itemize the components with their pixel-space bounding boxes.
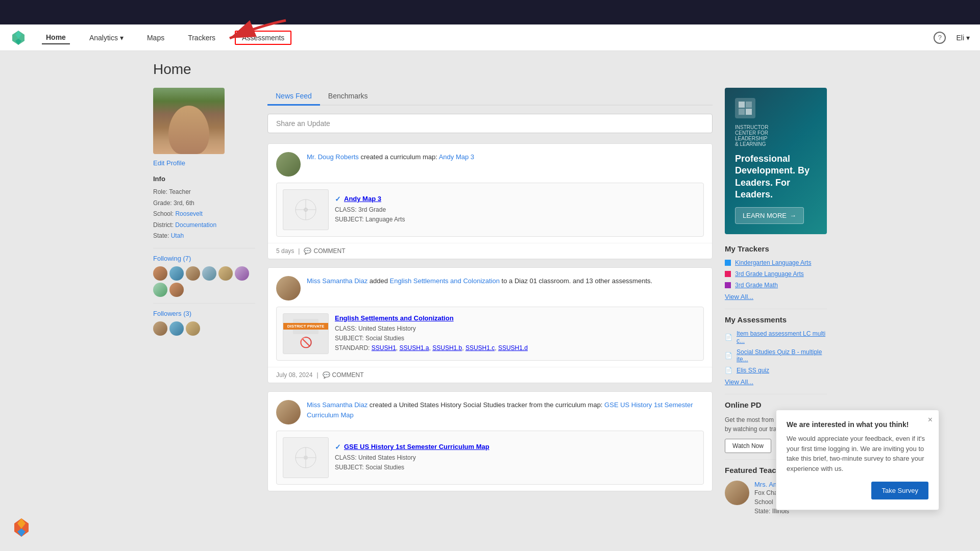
assessments-view-all[interactable]: View All...	[725, 378, 827, 386]
profile-district: District: Documentation	[153, 220, 255, 231]
district-link[interactable]: Documentation	[175, 221, 216, 229]
share-update-input[interactable]: Share an Update	[267, 114, 713, 133]
feed-actor-1[interactable]: Mr. Doug Roberts	[307, 153, 359, 161]
follower-avatar-5[interactable]	[218, 266, 233, 281]
nav-assessments[interactable]: Assessments	[235, 31, 291, 45]
follower-avatar-1[interactable]	[153, 266, 167, 281]
feed-item-1-text: Mr. Doug Roberts created a curriculum ma…	[307, 152, 474, 162]
profile-divider	[153, 248, 255, 248]
feed-target-2[interactable]: English Settlements and Colonization	[390, 277, 500, 285]
map-meta-3: CLASS: United States History SUBJECT: So…	[335, 453, 489, 472]
map-name-3: ✓ GSE US History 1st Semester Curriculum…	[335, 443, 489, 451]
timestamp-2: July 08, 2024	[276, 371, 312, 379]
assessment-item-2: 📄 Social Studies Quiz B - multiple ite..…	[725, 348, 827, 363]
comment-btn-1[interactable]: 💬 COMMENT	[304, 247, 345, 255]
nav-right: ? Eli ▾	[934, 32, 970, 44]
tab-news-feed[interactable]: News Feed	[267, 88, 320, 106]
feed-item-1-header: Mr. Doug Roberts created a curriculum ma…	[268, 144, 712, 177]
bottom-logo	[10, 516, 33, 541]
map-link-1[interactable]: Andy Map 3	[344, 195, 381, 203]
follower-avatar-4[interactable]	[202, 266, 216, 281]
feed-item-2-body: 🚫 DISTRICT PRIVATE English Settlements a…	[268, 300, 712, 367]
user-menu[interactable]: Eli ▾	[956, 34, 970, 42]
assessment-item-3: 📄 Elis SS quiz	[725, 367, 827, 374]
my-trackers-section: My Trackers Kindergarten Language Arts 3…	[725, 244, 827, 300]
following-label[interactable]: Following (7)	[153, 255, 255, 262]
ad-subtitle: INSTRUCTORCENTER FORLEADERSHIP& LEARNING	[735, 124, 817, 147]
main-layout: Edit Profile Info Role: Teacher Grade: 3…	[153, 88, 827, 516]
profile-photo	[153, 88, 225, 154]
nav-links: Home Analytics ▾ Maps Trackers Assessmen…	[42, 31, 934, 45]
follower-avatar-7[interactable]	[153, 283, 167, 297]
nav-home[interactable]: Home	[42, 31, 70, 44]
feed-avatar-1	[276, 152, 301, 177]
popup-actions: Take Survey	[787, 482, 928, 499]
feed-actor-3[interactable]: Miss Samantha Diaz	[307, 401, 368, 409]
profile-column: Edit Profile Info Role: Teacher Grade: 3…	[153, 88, 255, 340]
assessment-thumb-2: 🚫 DISTRICT PRIVATE	[283, 313, 329, 354]
feed-item-2-footer: July 08, 2024 | 💬 COMMENT	[268, 367, 712, 383]
feed-column: News Feed Benchmarks Share an Update Mr.…	[267, 88, 713, 499]
profile-role: Role: Teacher	[153, 187, 255, 198]
follower-avatar-3[interactable]	[186, 266, 200, 281]
comment-icon-2: 💬	[323, 371, 330, 379]
user-name: Eli	[956, 34, 964, 42]
trackers-view-all[interactable]: View All...	[725, 293, 827, 300]
svg-rect-19	[746, 109, 752, 115]
follower-av-1[interactable]	[153, 321, 167, 336]
feed-item-2-text: Miss Samantha Diaz added English Settlem…	[307, 276, 652, 286]
learn-more-button[interactable]: LEARN MORE →	[735, 207, 804, 224]
followers-avatars	[153, 321, 255, 336]
tracker-link-2[interactable]: 3rd Grade Language Arts	[735, 270, 804, 278]
comment-btn-2[interactable]: 💬 COMMENT	[323, 371, 364, 379]
online-pd-heading: Online PD	[725, 400, 827, 409]
map-card-2: 🚫 DISTRICT PRIVATE English Settlements a…	[276, 307, 704, 361]
followers-label[interactable]: Followers (3)	[153, 310, 255, 317]
profile-state: State: Utah	[153, 231, 255, 242]
feed-actor-2[interactable]: Miss Samantha Diaz	[307, 277, 368, 285]
follower-avatar-8[interactable]	[169, 283, 184, 297]
feed-item-3-body: ✓ GSE US History 1st Semester Curriculum…	[268, 424, 712, 491]
edit-profile-link[interactable]: Edit Profile	[153, 159, 255, 167]
feed-avatar-3	[276, 400, 301, 424]
svg-rect-17	[746, 102, 752, 108]
page-content: Home Edit Profile Info Role: Teacher G	[133, 51, 847, 526]
map-card-3: ✓ GSE US History 1st Semester Curriculum…	[276, 431, 704, 485]
follower-av-3[interactable]	[186, 321, 200, 336]
tracker-icon-3	[725, 282, 731, 288]
user-chevron: ▾	[966, 34, 970, 42]
take-survey-button[interactable]: Take Survey	[871, 482, 928, 499]
tracker-link-3[interactable]: 3rd Grade Math	[735, 282, 778, 289]
tracker-link-1[interactable]: Kindergarten Language Arts	[735, 259, 811, 266]
feed-item-3: Miss Samantha Diaz created a United Stat…	[267, 391, 713, 491]
help-button[interactable]: ?	[934, 32, 946, 44]
feed-item-2-header: Miss Samantha Diaz added English Settlem…	[268, 268, 712, 300]
app-logo[interactable]	[10, 30, 27, 46]
feed-target-1[interactable]: Andy Map 3	[439, 153, 474, 161]
ad-logo	[735, 98, 755, 118]
svg-rect-16	[739, 102, 745, 108]
assessment-link-1[interactable]: Item based assessment LC multi c...	[737, 330, 827, 344]
follower-avatar-2[interactable]	[169, 266, 184, 281]
profile-grade: Grade: 3rd, 6th	[153, 198, 255, 209]
popup-close-button[interactable]: ×	[928, 415, 933, 424]
profile-info: Info Role: Teacher Grade: 3rd, 6th Schoo…	[153, 175, 255, 242]
assessment-info-2: English Settlements and Colonization CLA…	[335, 314, 528, 354]
assessment-link-2[interactable]: English Settlements and Colonization	[335, 314, 454, 322]
nav-trackers[interactable]: Trackers	[184, 32, 219, 44]
assessment-item-1: 📄 Item based assessment LC multi c...	[725, 330, 827, 344]
state-link[interactable]: Utah	[171, 232, 184, 239]
tracker-item-1: Kindergarten Language Arts	[725, 259, 827, 266]
follower-av-2[interactable]	[169, 321, 184, 336]
tab-benchmarks[interactable]: Benchmarks	[320, 88, 376, 105]
assessment-link-2[interactable]: Social Studies Quiz B - multiple ite...	[737, 348, 827, 363]
nav-analytics[interactable]: Analytics ▾	[85, 32, 128, 44]
nav-maps[interactable]: Maps	[143, 32, 168, 44]
feed-item-3-header: Miss Samantha Diaz created a United Stat…	[268, 392, 712, 424]
map-link-3[interactable]: GSE US History 1st Semester Curriculum M…	[344, 443, 489, 450]
follower-avatar-6[interactable]	[235, 266, 249, 281]
school-link[interactable]: Roosevelt	[175, 210, 202, 217]
assessment-link-3[interactable]: Elis SS quiz	[737, 367, 769, 374]
feedback-popup: × We are interested in what you think! W…	[776, 410, 939, 510]
watch-now-button[interactable]: Watch Now	[725, 439, 771, 453]
